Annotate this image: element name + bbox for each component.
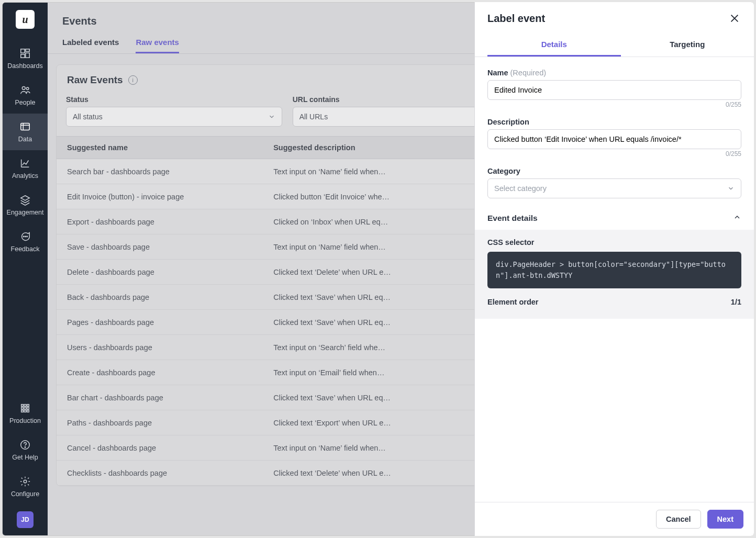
sidebar-item-label: Engagement	[7, 209, 44, 216]
svg-point-4	[22, 86, 25, 89]
layers-icon	[19, 194, 31, 206]
description-label: Description	[487, 118, 741, 126]
avatar[interactable]: JD	[17, 511, 34, 528]
sidebar-item-production[interactable]: Production	[3, 395, 48, 432]
svg-rect-2	[26, 53, 29, 58]
category-label: Category	[487, 167, 741, 175]
svg-rect-11	[24, 405, 26, 407]
drawer-tabs: Details Targeting	[475, 35, 754, 57]
css-selector-value: div.PageHeader > button[color="secondary…	[487, 252, 741, 288]
svg-rect-18	[27, 410, 29, 412]
sidebar-item-label: Data	[18, 136, 32, 143]
chevron-up-icon	[733, 213, 741, 223]
svg-point-8	[25, 236, 26, 237]
sidebar-item-label: Feedback	[11, 245, 40, 253]
dashboard-icon	[19, 48, 31, 59]
svg-point-9	[27, 236, 27, 237]
svg-rect-13	[21, 407, 24, 409]
sidebar-item-label: Get Help	[12, 454, 38, 461]
element-order-label: Element order	[487, 298, 539, 306]
name-label: Name (Required)	[487, 69, 741, 77]
sidebar: u Dashboards People Data	[3, 3, 48, 535]
data-icon	[19, 121, 31, 132]
category-placeholder: Select category	[494, 184, 547, 193]
svg-rect-14	[24, 407, 26, 409]
label-event-drawer: Label event Details Targeting Name (Requ…	[474, 2, 754, 536]
svg-rect-6	[21, 124, 30, 130]
svg-point-20	[25, 447, 25, 447]
sidebar-item-analytics[interactable]: Analytics	[3, 150, 48, 187]
svg-point-5	[26, 87, 29, 90]
svg-rect-3	[21, 54, 25, 58]
people-icon	[19, 84, 31, 96]
element-order-value: 1/1	[731, 298, 741, 306]
drawer-title: Label event	[487, 13, 545, 25]
grid-icon	[19, 402, 31, 414]
drawer-tab-details[interactable]: Details	[487, 35, 621, 57]
name-input[interactable]	[494, 86, 735, 94]
sidebar-item-data[interactable]: Data	[3, 114, 48, 150]
svg-rect-0	[21, 49, 25, 53]
sidebar-item-label: Configure	[11, 490, 39, 498]
svg-point-7	[24, 236, 24, 237]
sidebar-item-label: Analytics	[12, 172, 38, 180]
sidebar-item-feedback[interactable]: Feedback	[3, 223, 48, 260]
gear-icon	[19, 476, 31, 487]
chat-icon	[19, 231, 31, 242]
sidebar-item-label: People	[15, 99, 36, 106]
cancel-button[interactable]: Cancel	[656, 510, 701, 529]
category-select[interactable]: Select category	[487, 178, 741, 198]
help-icon	[19, 439, 31, 451]
description-input[interactable]	[494, 135, 735, 143]
description-counter: 0/255	[487, 150, 741, 158]
logo[interactable]: u	[16, 10, 35, 29]
sidebar-item-configure[interactable]: Configure	[3, 468, 48, 505]
css-selector-label: CSS selector	[487, 238, 741, 246]
name-counter: 0/255	[487, 101, 741, 108]
drawer-tab-targeting[interactable]: Targeting	[621, 35, 754, 57]
svg-point-21	[24, 480, 27, 483]
close-button[interactable]	[728, 12, 741, 25]
sidebar-item-label: Dashboards	[7, 62, 42, 70]
analytics-icon	[19, 158, 31, 169]
svg-rect-16	[21, 410, 24, 412]
sidebar-item-label: Production	[9, 417, 41, 424]
sidebar-item-people[interactable]: People	[3, 77, 48, 114]
sidebar-item-dashboards[interactable]: Dashboards	[3, 40, 48, 77]
svg-rect-12	[27, 405, 29, 407]
sidebar-item-engagement[interactable]: Engagement	[3, 187, 48, 223]
next-button[interactable]: Next	[707, 510, 743, 529]
sidebar-item-help[interactable]: Get Help	[3, 432, 48, 468]
svg-rect-1	[26, 49, 29, 52]
svg-rect-10	[21, 405, 24, 407]
svg-rect-17	[24, 410, 26, 412]
svg-rect-15	[27, 407, 29, 409]
event-details-toggle[interactable]: Event details	[487, 208, 741, 230]
